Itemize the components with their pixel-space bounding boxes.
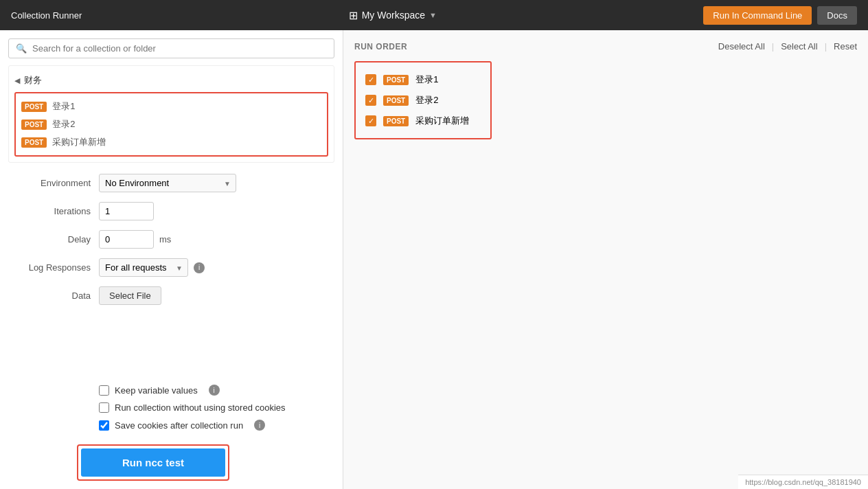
request-name: 登录2 <box>52 118 75 130</box>
topbar: Collection Runner ⊞ My Workspace ▼ Run I… <box>0 0 868 30</box>
environment-select[interactable]: No Environment <box>99 174 236 192</box>
topbar-center: ⊞ My Workspace ▼ <box>349 9 437 22</box>
right-panel: RUN ORDER Deselect All | Select All | Re… <box>343 30 868 489</box>
list-item: POST 采购订单新增 <box>21 133 321 151</box>
iterations-input[interactable] <box>99 202 154 220</box>
keep-variable-info-icon: i <box>209 385 220 396</box>
select-all-button[interactable]: Select All <box>781 41 817 52</box>
save-cookies-label: Save cookies after collection run <box>115 420 243 431</box>
status-url: https://blog.csdn.net/qq_38181940 <box>745 478 861 486</box>
iterations-row: Iterations <box>8 202 334 220</box>
delay-label: Delay <box>8 234 91 244</box>
log-select-wrapper: For all requests ▼ <box>99 258 188 277</box>
workspace-name: My Workspace <box>362 10 425 21</box>
run-order-list: ✓ POST 登录1 ✓ POST 登录2 ✓ POST 采购订单新增 <box>354 61 492 139</box>
main-layout: 🔍 ◀ 财务 POST 登录1 POST 登录2 POST <box>0 30 868 489</box>
folder-arrow-icon: ◀ <box>14 76 20 85</box>
environment-select-wrapper: No Environment <box>99 174 236 192</box>
run-order-title: RUN ORDER <box>354 42 407 52</box>
log-responses-label: Log Responses <box>8 262 91 273</box>
post-badge: POST <box>383 75 409 85</box>
run-item-checkbox-1[interactable]: ✓ <box>365 74 376 85</box>
save-cookies-checkbox[interactable] <box>99 420 109 431</box>
data-label: Data <box>8 291 91 301</box>
post-badge: POST <box>383 116 409 126</box>
search-icon: 🔍 <box>16 43 27 54</box>
run-item-name: 采购订单新增 <box>415 115 469 127</box>
folder-name: 财务 <box>24 74 42 87</box>
post-badge: POST <box>383 95 409 106</box>
no-cookies-label: Run collection without using stored cook… <box>115 402 286 413</box>
run-item-checkbox-2[interactable]: ✓ <box>365 95 376 106</box>
run-order-actions: Deselect All | Select All | Reset <box>718 41 857 52</box>
run-order-item: ✓ POST 登录1 <box>365 69 481 90</box>
collection-tree: ◀ 财务 POST 登录1 POST 登录2 POST 采购订单新增 <box>8 65 334 163</box>
log-responses-select[interactable]: For all requests <box>99 258 188 277</box>
reset-button[interactable]: Reset <box>834 41 857 52</box>
topbar-left: Collection Runner <box>11 10 82 21</box>
run-order-header: RUN ORDER Deselect All | Select All | Re… <box>354 41 857 52</box>
search-input[interactable] <box>32 43 327 54</box>
data-row: Data Select File <box>8 286 334 305</box>
request-name: 采购订单新增 <box>52 136 106 148</box>
log-info-icon: i <box>194 262 205 273</box>
list-item: POST 登录2 <box>21 115 321 133</box>
environment-row: Environment No Environment <box>8 174 334 192</box>
run-order-item: ✓ POST 采购订单新增 <box>365 111 481 131</box>
app-title: Collection Runner <box>11 10 82 21</box>
delay-row: Delay ms <box>8 230 334 249</box>
list-item: POST 登录1 <box>21 98 321 115</box>
workspace-chevron-icon[interactable]: ▼ <box>429 11 437 19</box>
keep-variable-checkbox[interactable] <box>99 385 109 396</box>
save-cookies-info-icon: i <box>254 420 265 431</box>
docs-button[interactable]: Docs <box>817 6 857 25</box>
config-area: Environment No Environment Iterations De… <box>8 171 334 385</box>
run-button[interactable]: Run ncc test <box>81 448 225 477</box>
run-order-item: ✓ POST 登录2 <box>365 90 481 111</box>
post-badge: POST <box>21 120 47 130</box>
save-cookies-row: Save cookies after collection run i <box>99 420 334 431</box>
divider-2: | <box>825 41 827 52</box>
delay-input[interactable] <box>99 230 154 249</box>
post-badge: POST <box>21 137 47 148</box>
no-cookies-row: Run collection without using stored cook… <box>99 402 334 413</box>
divider-1: | <box>772 41 774 52</box>
request-name: 登录1 <box>52 100 75 113</box>
left-panel: 🔍 ◀ 财务 POST 登录1 POST 登录2 POST <box>0 30 343 489</box>
keep-variable-label: Keep variable values <box>115 385 198 396</box>
search-bar: 🔍 <box>8 38 334 58</box>
run-item-name: 登录2 <box>415 94 438 106</box>
run-item-checkbox-3[interactable]: ✓ <box>365 115 376 126</box>
environment-label: Environment <box>8 178 91 188</box>
post-badge: POST <box>21 102 47 112</box>
run-button-area: Run ncc test <box>77 444 334 481</box>
select-file-button[interactable]: Select File <box>99 286 161 305</box>
no-cookies-checkbox[interactable] <box>99 402 109 413</box>
deselect-all-button[interactable]: Deselect All <box>718 41 765 52</box>
run-cmdline-button[interactable]: Run In Command Line <box>703 6 812 25</box>
keep-variable-row: Keep variable values i <box>99 385 334 396</box>
iterations-label: Iterations <box>8 206 91 216</box>
workspace-icon: ⊞ <box>349 9 358 22</box>
status-bar: https://blog.csdn.net/qq_38181940 <box>738 475 868 489</box>
collection-folder[interactable]: ◀ 财务 <box>14 71 328 89</box>
run-item-name: 登录1 <box>415 73 438 86</box>
delay-unit: ms <box>159 234 171 244</box>
log-responses-row: Log Responses For all requests ▼ i <box>8 258 334 277</box>
selected-requests-box: POST 登录1 POST 登录2 POST 采购订单新增 <box>14 92 328 157</box>
topbar-right: Run In Command Line Docs <box>703 6 857 25</box>
run-button-wrapper: Run ncc test <box>77 444 229 481</box>
